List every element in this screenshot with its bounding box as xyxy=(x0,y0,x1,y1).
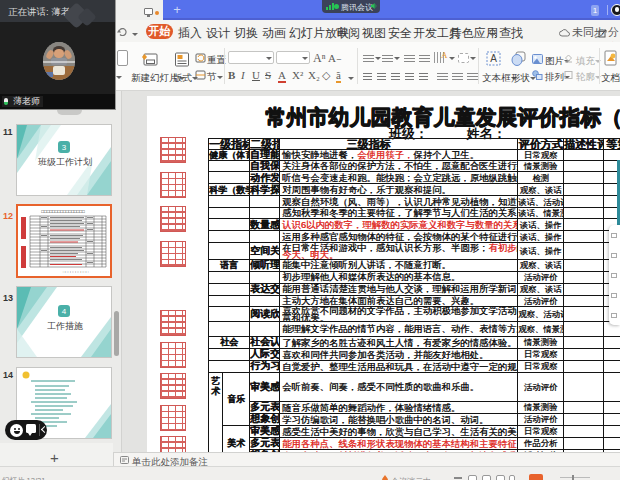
svg-text:4: 4 xyxy=(62,307,67,316)
svg-text:□□□□□□□□□□□□□□□□: □□□□□□□□□□□□□□□□ xyxy=(41,209,85,214)
svg-text:□□ □□ □□ □□ □□: □□ □□ □□ □□ □□ xyxy=(63,270,89,274)
svg-text:A: A xyxy=(490,53,497,64)
svg-text:3: 3 xyxy=(62,143,67,152)
